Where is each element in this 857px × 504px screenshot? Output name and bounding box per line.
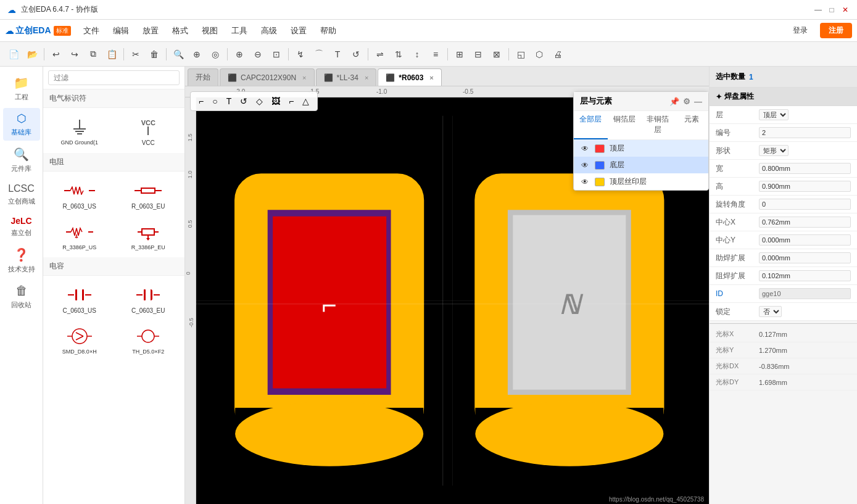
- tb-flip[interactable]: ⇅: [390, 46, 407, 63]
- layer-eye-topsilk[interactable]: 👁: [580, 177, 590, 187]
- tb-fit[interactable]: ⊡: [268, 46, 285, 63]
- symbol-vcc[interactable]: VCC VCC: [115, 110, 183, 151]
- tb-arc[interactable]: ⌒: [310, 46, 328, 63]
- tab-start[interactable]: 开始: [188, 68, 218, 86]
- symbol-smd-d8[interactable]: SMD_D8.0×H: [46, 320, 114, 359]
- close-layer-panel[interactable]: —: [694, 97, 702, 106]
- symbol-c0603-us[interactable]: C_0603_US: [46, 278, 114, 318]
- tb-zoom-in[interactable]: ⊕: [231, 46, 248, 63]
- sidebar-item-project[interactable]: 📁 工程: [3, 72, 40, 105]
- menu-file[interactable]: 文件: [77, 23, 106, 39]
- ft-btn1[interactable]: ⌐: [196, 94, 207, 108]
- tb-text[interactable]: T: [329, 46, 346, 63]
- tb-redo[interactable]: ↪: [66, 46, 83, 63]
- tb-rotate[interactable]: ↺: [347, 46, 365, 63]
- tb-mirror[interactable]: ⇌: [371, 46, 389, 63]
- prop-rotation-input[interactable]: [759, 199, 851, 210]
- tb-export[interactable]: ⬡: [531, 46, 548, 63]
- prop-mask-input[interactable]: [759, 270, 851, 281]
- layer-row-bottom[interactable]: 👁 底层: [574, 157, 708, 173]
- symbol-c0603-eu[interactable]: C_0603_EU: [115, 278, 183, 318]
- register-button[interactable]: 注册: [820, 23, 852, 38]
- filter-input[interactable]: [48, 70, 180, 85]
- layer-row-topsilk[interactable]: 👁 顶层丝印层: [574, 173, 708, 190]
- menu-advanced[interactable]: 高级: [255, 23, 283, 39]
- tab-ll34-close[interactable]: ×: [365, 74, 368, 81]
- login-button[interactable]: 登录: [785, 23, 815, 38]
- menu-edit[interactable]: 编辑: [107, 23, 135, 39]
- minimize-button[interactable]: —: [814, 6, 822, 14]
- ft-btn2[interactable]: ○: [209, 94, 220, 108]
- close-button[interactable]: ✕: [841, 6, 850, 14]
- tb-route[interactable]: ↯: [292, 46, 309, 63]
- symbol-r0603-us[interactable]: R_0603_US: [46, 174, 114, 214]
- symbol-r0603-eu[interactable]: R_0603_EU: [115, 174, 183, 214]
- tb-3d[interactable]: ◱: [512, 46, 529, 63]
- canvas-container[interactable]: -2.0 -1.5 -1.0 -0.5 1.5 1.0 0.5 0 -0.5: [185, 86, 709, 504]
- symbol-r3386p-eu[interactable]: R_3386P_EU: [115, 215, 183, 255]
- layer-tab-copper[interactable]: 铜箔层: [608, 111, 642, 139]
- tb-erase[interactable]: ◎: [207, 46, 224, 63]
- prop-paste-input[interactable]: [759, 252, 851, 263]
- tab-r0603-close[interactable]: ×: [429, 74, 433, 81]
- ft-btn6[interactable]: 🖼: [268, 94, 283, 108]
- menu-help[interactable]: 帮助: [314, 23, 342, 39]
- tb-zoom-out[interactable]: ⊖: [249, 46, 267, 63]
- prop-width-input[interactable]: [759, 163, 851, 174]
- tb-undo[interactable]: ↩: [48, 46, 65, 63]
- ft-btn8[interactable]: △: [299, 94, 312, 108]
- sidebar-item-trash[interactable]: 🗑 回收站: [3, 280, 40, 313]
- prop-shape-select[interactable]: 矩形 圆形 椭圆: [759, 145, 789, 156]
- symbol-gnd[interactable]: GND Ground(1: [46, 110, 114, 151]
- ft-btn4[interactable]: ↺: [237, 94, 250, 108]
- tb-drc[interactable]: ⊠: [488, 46, 505, 63]
- prop-cx-input[interactable]: [759, 217, 851, 228]
- tab-capc2012[interactable]: ⬛ CAPC2012X90N ×: [220, 68, 315, 86]
- ft-btn3[interactable]: T: [223, 94, 235, 108]
- layer-tab-noncopper[interactable]: 非铜箔层: [641, 111, 675, 139]
- tb-copy[interactable]: ⧉: [85, 46, 102, 63]
- symbol-r3386p-us[interactable]: R_3386P_US: [46, 215, 114, 255]
- layer-eye-bottom[interactable]: 👁: [580, 160, 590, 170]
- prop-layer-select[interactable]: 顶层 底层: [759, 109, 789, 120]
- symbol-th-d5[interactable]: TH_D5.0×F2: [115, 320, 183, 359]
- sidebar-item-jlc[interactable]: JeLC 嘉立创: [3, 212, 40, 241]
- ft-btn5[interactable]: ◇: [253, 94, 266, 108]
- prop-cy-input[interactable]: [759, 234, 851, 246]
- tab-r0603[interactable]: ⬛ *R0603 ×: [378, 68, 441, 86]
- sidebar-item-component[interactable]: 🔍 元件库: [3, 143, 40, 177]
- settings-icon[interactable]: ⚙: [683, 97, 690, 106]
- tb-filter[interactable]: ⊕: [188, 46, 205, 63]
- tb-grid2[interactable]: ⊟: [470, 46, 487, 63]
- prop-num-input[interactable]: [759, 127, 851, 138]
- tb-cut[interactable]: ✂: [127, 46, 144, 63]
- menu-place[interactable]: 放置: [136, 23, 165, 39]
- menu-settings[interactable]: 设置: [284, 23, 313, 39]
- tb-new[interactable]: 📄: [5, 46, 22, 63]
- tab-ll34[interactable]: ⬛ *LL-34 ×: [316, 68, 377, 86]
- tb-search[interactable]: 🔍: [170, 46, 187, 63]
- tb-paste[interactable]: 📋: [103, 46, 120, 63]
- pin-icon[interactable]: 📌: [669, 97, 679, 106]
- layer-tab-element[interactable]: 元素: [675, 111, 709, 139]
- sidebar-item-support[interactable]: ❓ 技术支持: [3, 244, 40, 278]
- layer-tab-all[interactable]: 全部层: [574, 111, 608, 139]
- tb-delete[interactable]: 🗑: [146, 46, 163, 63]
- tb-align[interactable]: ≡: [427, 46, 444, 63]
- menu-tools[interactable]: 工具: [225, 23, 254, 39]
- ft-btn7[interactable]: ⌐: [286, 94, 297, 108]
- tb-grid[interactable]: ⊞: [451, 46, 468, 63]
- tb-open[interactable]: 📂: [23, 46, 41, 63]
- sidebar-item-basic-lib[interactable]: ⬡ 基础库: [3, 108, 40, 141]
- prop-lock-select[interactable]: 否 是: [759, 306, 782, 317]
- tab-capc2012-close[interactable]: ×: [302, 74, 306, 81]
- layer-row-top[interactable]: 👁 顶层: [574, 140, 708, 157]
- layer-eye-top[interactable]: 👁: [580, 144, 590, 154]
- sidebar-item-store[interactable]: LCSC 立创商城: [3, 180, 40, 210]
- maximize-button[interactable]: □: [827, 6, 836, 14]
- prop-height-input[interactable]: [759, 181, 851, 192]
- menu-format[interactable]: 格式: [166, 23, 194, 39]
- tb-print[interactable]: 🖨: [549, 46, 566, 63]
- tb-move[interactable]: ↕: [408, 46, 426, 63]
- menu-view[interactable]: 视图: [196, 23, 224, 39]
